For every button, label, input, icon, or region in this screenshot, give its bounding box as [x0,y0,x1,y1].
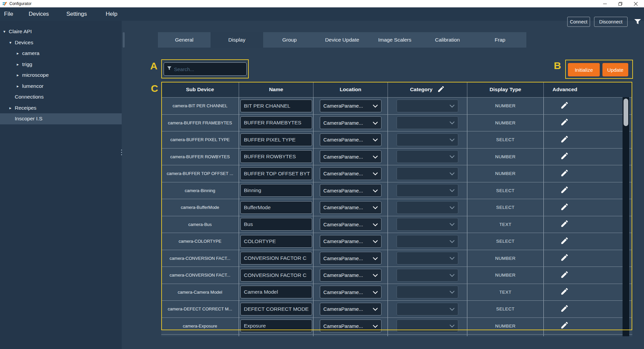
advanced-pencil-icon[interactable] [560,101,569,111]
sidebar-item-receipes[interactable]: ▸Receipes [0,103,122,114]
restore-button[interactable] [612,0,628,7]
location-select[interactable]: CameraParame... [320,303,382,315]
name-input[interactable]: BUFFER ROWBYTES [240,150,312,163]
table-scrollbar-thumb[interactable] [624,99,628,126]
location-select[interactable]: CameraParame... [320,218,382,231]
minimize-button[interactable] [597,0,612,7]
advanced-pencil-icon[interactable] [560,236,569,246]
advanced-pencil-icon[interactable] [560,219,569,229]
sidebar-item-claire-api[interactable]: ▾Claire API [0,26,122,37]
name-input[interactable]: DEFECT CORRECT MODE [240,303,312,315]
tab-image-scalers[interactable]: Image Scalers [368,32,421,48]
advanced-pencil-icon[interactable] [560,270,569,280]
initialize-button[interactable]: Initialize [568,63,600,76]
advanced-pencil-icon[interactable] [560,321,569,331]
sidebar-item-lumencor[interactable]: ▸lumencor [0,81,122,92]
menu-help[interactable]: Help [106,7,117,21]
name-input[interactable]: CONVERSION FACTOR C [240,269,312,282]
search-input[interactable]: Search... [164,62,247,76]
close-button[interactable] [628,0,643,7]
tab-calibration[interactable]: Calibration [421,32,474,48]
category-select[interactable] [397,319,458,332]
disconnect-button[interactable]: Disconnect [594,17,628,27]
name-input[interactable]: BUFFER FRAMEBYTES [240,116,312,129]
location-select[interactable]: CameraParame... [320,286,382,298]
advanced-pencil-icon[interactable] [560,287,569,297]
location-select[interactable]: CameraParame... [320,201,382,214]
name-input[interactable]: COLORTYPE [240,235,312,248]
category-select[interactable] [397,286,458,298]
advanced-pencil-icon[interactable] [560,253,569,263]
location-select[interactable]: CameraParame... [320,252,382,265]
chevron-down-icon[interactable]: ▾ [3,29,9,34]
sidebar-item-label: Receipes [15,105,37,111]
name-input[interactable]: CONVERSION FACTOR C [240,252,312,265]
sidebar-item-trigg[interactable]: ▸trigg [0,59,122,70]
category-select[interactable] [397,100,458,112]
tab-general[interactable]: General [158,32,211,48]
chevron-right-icon[interactable]: ▸ [17,51,22,56]
advanced-pencil-icon[interactable] [560,169,569,179]
tab-frap[interactable]: Frap [474,32,526,48]
menu-settings[interactable]: Settings [66,7,87,21]
category-select[interactable] [397,201,458,214]
category-select[interactable] [397,150,458,163]
location-select[interactable]: CameraParame... [320,319,382,332]
category-select[interactable] [397,167,458,180]
chevron-right-icon[interactable]: ▸ [17,84,22,89]
funnel-icon[interactable] [634,19,641,26]
sidebar-item-inscoper-i-s[interactable]: Inscoper I.S [0,113,122,124]
advanced-pencil-icon[interactable] [560,202,569,213]
category-select[interactable] [397,235,458,248]
name-input[interactable]: BUFFER PIXEL TYPE [240,133,312,146]
update-button[interactable]: Update [602,63,628,76]
connect-button[interactable]: Connect [567,17,590,27]
tab-display[interactable]: Display [211,32,263,48]
sidebar-tree: ▾Claire API▾Devices▸camera▸trigg▸microsc… [0,21,122,349]
name-input[interactable]: BufferMode [240,201,312,214]
name-input[interactable]: Bus [240,218,312,231]
location-select[interactable]: CameraParame... [320,269,382,282]
sidebar-item-microscope[interactable]: ▸microscope [0,70,122,81]
splitter-grip[interactable] [121,150,122,155]
sidebar-item-camera[interactable]: ▸camera [0,48,122,59]
location-select[interactable]: CameraParame... [320,100,382,112]
menu-devices[interactable]: Devices [28,7,49,21]
category-select[interactable] [397,133,458,146]
category-select[interactable] [397,269,458,282]
chevron-right-icon[interactable]: ▸ [17,62,22,67]
category-select[interactable] [397,218,458,231]
advanced-pencil-icon[interactable] [560,118,569,128]
edit-category-pencil-icon[interactable] [437,85,445,94]
tab-group[interactable]: Group [263,32,316,48]
category-select[interactable] [397,252,458,265]
sidebar-item-devices[interactable]: ▾Devices [0,37,122,48]
advanced-pencil-icon[interactable] [560,185,569,195]
location-select[interactable]: CameraParame... [320,167,382,180]
advanced-pencil-icon[interactable] [560,152,569,162]
chevron-right-icon[interactable]: ▸ [9,106,15,110]
sidebar-item-connections[interactable]: Connections [0,92,122,103]
category-select[interactable] [397,303,458,315]
location-select[interactable]: CameraParame... [320,150,382,163]
advanced-pencil-icon[interactable] [560,135,569,145]
location-select[interactable]: CameraParame... [320,116,382,129]
category-select[interactable] [397,116,458,129]
menu-file[interactable]: File [4,7,13,21]
category-select[interactable] [397,184,458,197]
chevron-down-icon [450,289,455,295]
location-select[interactable]: CameraParame... [320,133,382,146]
tab-device-update[interactable]: Device Update [316,32,368,48]
table-scrollbar[interactable] [623,97,629,336]
name-input[interactable]: Camera Model [240,286,312,298]
name-input[interactable]: Exposure [240,319,312,332]
name-input[interactable]: BIT PER CHANNEL [240,100,312,112]
location-select[interactable]: CameraParame... [320,235,382,248]
chevron-down-icon[interactable]: ▾ [9,40,15,45]
advanced-pencil-icon[interactable] [560,304,569,314]
sidebar-scrollbar-thumb[interactable] [123,32,125,48]
chevron-right-icon[interactable]: ▸ [17,73,22,77]
name-input[interactable]: Binning [240,184,312,197]
name-input[interactable]: BUFFER TOP OFFSET BYT [240,167,312,180]
location-select[interactable]: CameraParame... [320,184,382,197]
